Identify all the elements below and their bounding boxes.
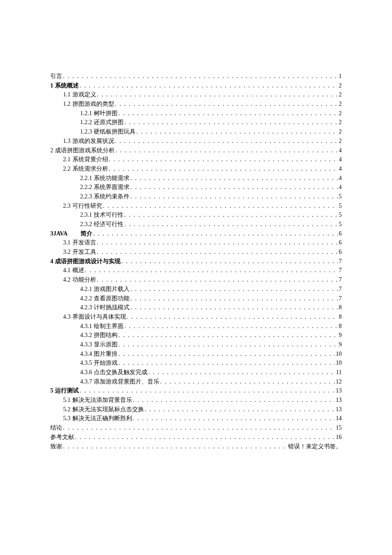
toc-label: 解决无法实现鼠标点击交换 (72, 405, 144, 414)
toc-number: 4.3.7 (80, 377, 92, 386)
toc-entry: 4.2.2查看原图功能7 (50, 294, 342, 303)
toc-leader (121, 257, 338, 266)
toc-page: 引言11 系统概述21.1游戏定义21.2拼图游戏的类型21.2.1树叶拼图21… (0, 0, 392, 555)
toc-leader (124, 118, 338, 127)
toc-number: 3.1 (63, 238, 71, 247)
toc-page-number: 2 (339, 90, 342, 99)
toc-entry: 4.3.7添加游戏背景图片、音乐12 (50, 377, 342, 386)
toc-number: 4.3 (63, 312, 71, 322)
toc-label: 系统界面需求 (94, 183, 130, 192)
toc-number: 2.1 (63, 155, 71, 164)
toc-label: 引言 (50, 72, 62, 81)
toc-label: 系统功能需求 (94, 174, 130, 183)
toc-label: 硬纸板拼图玩具 (94, 127, 135, 137)
toc-label: 参考文献 (50, 433, 74, 442)
toc-entry: 2 成语拼图游戏系统分析4 (50, 146, 342, 155)
toc-number: 1.2.2 (80, 118, 92, 127)
toc-label: 查看原图功能 (94, 294, 130, 303)
toc-entry: 1.3游戏的发展状况2 (50, 137, 342, 146)
toc-entry: 5.3解决无法正确判断胜利14 (50, 414, 342, 423)
toc-number: 4.3.6 (80, 368, 92, 377)
toc-label: 系统约束条件 (94, 192, 130, 201)
toc-leader (118, 109, 338, 118)
toc-number: 4.2.3 (80, 303, 92, 312)
toc-leader (115, 137, 338, 146)
toc-entry: 2.2.3系统约束条件5 (50, 192, 342, 201)
toc-number: 1.2.1 (80, 109, 92, 118)
toc-entry: 参考文献16 (50, 433, 342, 442)
toc-page-number: 7 (339, 257, 342, 266)
toc-page-number: 13 (336, 386, 342, 395)
toc-leader (63, 423, 335, 433)
toc-number: 1.2.3 (80, 127, 92, 137)
toc-number: 2.3.1 (80, 210, 92, 220)
toc-page-number: 13 (336, 405, 342, 414)
toc-leader (130, 183, 338, 192)
toc-number: 3JAVA (50, 229, 68, 238)
toc-page-number: 4 (339, 174, 342, 183)
toc-leader (130, 174, 338, 183)
toc-number: 4.3.5 (80, 358, 92, 368)
toc-number: 5 (50, 386, 53, 395)
toc-label: 开发工具 (72, 247, 96, 257)
toc-page-number: 2 (339, 109, 342, 118)
toc-leader (97, 238, 338, 247)
toc-entry: 5 运行测试13 (50, 386, 342, 395)
toc-leader (80, 81, 338, 90)
toc-number: 1 (50, 81, 53, 90)
toc-entry: 1.2拼图游戏的类型2 (50, 99, 342, 109)
toc-entry: 1.2.1树叶拼图2 (50, 109, 342, 118)
toc-entry: 3.1开发语言6 (50, 238, 342, 247)
toc-leader (115, 99, 338, 109)
toc-leader (80, 386, 335, 395)
toc-leader (75, 433, 335, 442)
toc-number: 1.1 (63, 90, 71, 99)
toc-page-number: 4 (339, 164, 342, 174)
toc-page-number: 10 (336, 358, 342, 368)
toc-label: 游戏的发展状况 (72, 137, 114, 146)
toc-page-number: 2 (339, 81, 342, 90)
toc-page-number: 7 (339, 266, 342, 275)
toc-leader (97, 247, 338, 257)
toc-entry: 2.3.2经济可行性5 (50, 220, 342, 229)
toc-page-number: 9 (339, 331, 342, 340)
toc-leader (63, 72, 338, 81)
toc-page-number: 6 (339, 238, 342, 247)
toc-number: 4.2.1 (80, 285, 92, 294)
toc-page-number: 7 (339, 294, 342, 303)
toc-entry: 2.3.1技术可行性5 (50, 210, 342, 220)
toc-label: 运行测试 (55, 386, 79, 395)
toc-page-number: 6 (339, 229, 342, 238)
toc-label: 显示原图 (94, 340, 118, 349)
toc-number: 2.2 (63, 164, 71, 174)
toc-page-number: 5 (339, 210, 342, 220)
toc-entry: 2.2.2系统界面需求4 (50, 183, 342, 192)
toc-leader (118, 358, 335, 368)
toc-page-number: 14 (336, 414, 342, 423)
toc-leader (93, 229, 338, 238)
toc-label: 图片重排 (94, 349, 118, 359)
toc-number: 2.3 (63, 201, 71, 211)
toc-number: 2 (50, 146, 53, 155)
toc-number: 5.3 (63, 414, 71, 423)
toc-entry: 2.2系统需求分析4 (50, 164, 342, 174)
toc-leader (130, 285, 338, 294)
toc-number: 1.2 (63, 99, 71, 109)
toc-entry: 4.3.2拼图结构9 (50, 331, 342, 340)
toc-entry: 3JAVA简介6 (50, 229, 342, 238)
toc-page-number: 6 (339, 247, 342, 257)
toc-entry: 4.3.6点击交换及触发完成11 (50, 368, 342, 377)
toc-label: 拼图游戏的类型 (72, 99, 114, 109)
toc-label: 技术可行性 (94, 210, 124, 220)
toc-entry: 4.3界面设计与具体实现8 (50, 312, 342, 322)
toc-number: 2.2.2 (80, 183, 92, 192)
toc-leader (109, 155, 338, 164)
toc-number: 3.2 (63, 247, 71, 257)
toc-entry: 5.1解决无法添加背景音乐13 (50, 395, 342, 405)
toc-entry: 4.2.1游戏图片载入7 (50, 285, 342, 294)
toc-entry: 结论15 (50, 423, 342, 433)
toc-label: 系统概述 (55, 81, 79, 90)
toc-page-number: 15 (336, 423, 342, 433)
toc-entry: 4.3.4图片重排10 (50, 349, 342, 359)
toc-page-number: 4 (339, 183, 342, 192)
